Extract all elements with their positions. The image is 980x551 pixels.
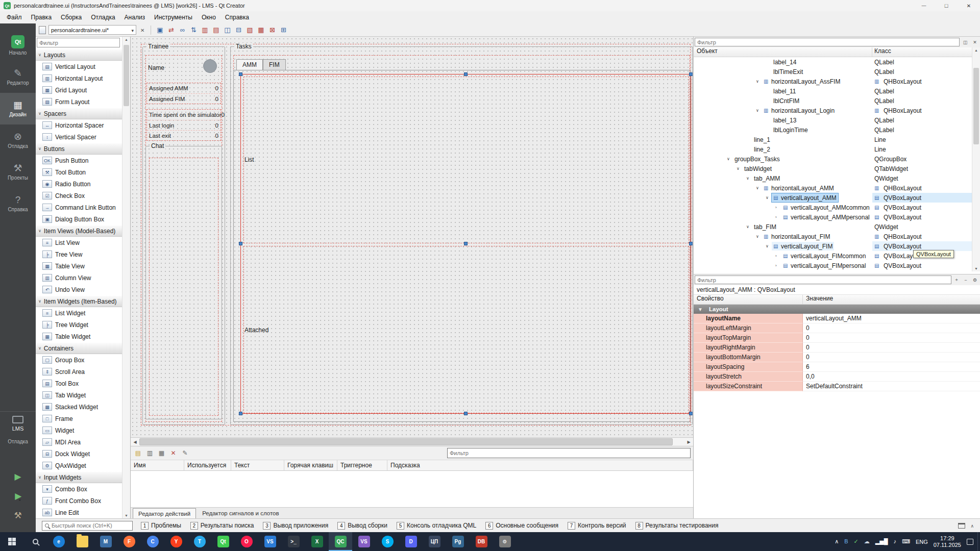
scroll-down-icon[interactable]: ▼	[122, 514, 130, 517]
widgetbox-item[interactable]: Input Widgets	[36, 471, 122, 483]
object-tree-row[interactable]: label_14 QLabel	[694, 57, 972, 67]
object-tree-row[interactable]: horizontalLayout_FIM QHBoxLayout	[694, 232, 972, 241]
expand-arrow-icon[interactable]	[775, 263, 781, 268]
minimize-button[interactable]	[913, 0, 935, 11]
taskbar-app-visual-studio[interactable]: VS	[352, 532, 376, 551]
form-canvas[interactable]: Trainee Name Assigned AMM 0 Assigned FIM…	[131, 37, 693, 438]
form-horizontal-scrollbar[interactable]: ◀ ▶	[131, 438, 693, 446]
action-table-body[interactable]	[131, 471, 693, 507]
object-tree-row[interactable]: verticalLayout_AMM QVBoxLayout	[694, 193, 972, 203]
widgetbox-item[interactable]: Radio Button	[36, 178, 122, 190]
resize-handle[interactable]	[239, 72, 242, 76]
attached-label[interactable]: Attached	[244, 327, 268, 334]
menu-item[interactable]: Инструменты	[150, 12, 197, 23]
remove-dynamic-property-icon[interactable]: −	[962, 276, 970, 284]
break-layout-icon[interactable]	[267, 25, 277, 35]
widgetbox-item[interactable]: Group Box	[36, 354, 122, 366]
output-pane-button[interactable]: 4 Вывод сборки	[337, 522, 387, 530]
widgetbox-item[interactable]: Vertical Layout	[36, 61, 122, 72]
column-property[interactable]: Свойство	[694, 295, 803, 304]
close-panel-icon[interactable]: ✕	[971, 38, 979, 46]
scrollbar-thumb[interactable]	[139, 438, 673, 445]
locator-input[interactable]	[52, 522, 131, 529]
expand-panel-icon[interactable]	[970, 522, 974, 529]
expand-arrow-icon[interactable]	[727, 157, 733, 161]
taskbar-app-discord[interactable]: D	[399, 532, 423, 551]
taskbar-app-telegram[interactable]: T	[188, 532, 211, 551]
expand-arrow-icon[interactable]	[766, 244, 772, 248]
widgetbox-item[interactable]: Undo View	[36, 284, 122, 295]
object-tree-row[interactable]: line_1 Line	[694, 135, 972, 144]
scroll-left-icon[interactable]: ◀	[131, 438, 139, 446]
close-button[interactable]	[958, 0, 980, 11]
expand-arrow-icon[interactable]	[756, 79, 762, 84]
scrollbar-thumb[interactable]	[973, 68, 979, 144]
object-tree-row[interactable]: groupBox_Tasks QGroupBox	[694, 154, 972, 164]
onedrive-icon[interactable]	[864, 539, 870, 544]
action-column-header[interactable]: Горячая клавиш	[284, 460, 337, 470]
language-indicator[interactable]: ENG	[916, 539, 928, 545]
property-row[interactable]: layoutLeftMargin 0	[694, 323, 980, 333]
taskbar-app-vscode[interactable]: VS	[258, 532, 282, 551]
column-value[interactable]: Значение	[803, 295, 980, 304]
toggle-output-panel-icon[interactable]	[958, 523, 965, 529]
taskbar-app-mail[interactable]: M	[94, 532, 117, 551]
trainee-groupbox[interactable]: Trainee Name Assigned AMM 0 Assigned FIM…	[142, 46, 225, 425]
taskbar-app-dbeaver[interactable]: DB	[470, 532, 493, 551]
property-row[interactable]: layoutRightMargin 0	[694, 343, 980, 353]
taskbar-app-terminal[interactable]: >_	[282, 532, 305, 551]
widgetbox-item[interactable]: Tree Widget	[36, 319, 122, 331]
edit-signals-icon[interactable]	[166, 25, 176, 35]
property-section-layout[interactable]: Layout	[694, 305, 980, 314]
taskbar-app-skype[interactable]: S	[376, 532, 399, 551]
selected-layout-verticalLayout-AMM[interactable]: List Attached	[240, 74, 691, 414]
taskbar-app-edge[interactable]: e	[47, 532, 70, 551]
menu-item[interactable]: Окно	[197, 12, 220, 23]
expand-arrow-icon[interactable]	[766, 195, 772, 200]
taskbar-app-settings[interactable]: ⚙	[493, 532, 517, 551]
widgetbox-filter-input[interactable]	[37, 38, 120, 47]
mode-debug[interactable]: Отладка	[0, 124, 36, 156]
configure-action-icon[interactable]	[180, 448, 190, 458]
assigned-fields-layout[interactable]: Assigned AMM 0 Assigned FIM 0	[146, 83, 221, 104]
action-column-header[interactable]: Текст	[231, 460, 284, 470]
avatar-placeholder[interactable]	[203, 59, 217, 73]
resize-handle[interactable]	[689, 412, 693, 415]
edit-widgets-icon[interactable]	[155, 25, 165, 35]
property-value[interactable]: 0	[803, 333, 980, 343]
network-icon[interactable]	[875, 539, 888, 544]
inspector-scrollbar[interactable]: ▲ ▼	[972, 47, 980, 271]
property-row[interactable]: layoutTopMargin 0	[694, 333, 980, 343]
object-tree-row[interactable]: tab_FIM QWidget	[694, 222, 972, 232]
widgetbox-item[interactable]: Layouts	[36, 49, 122, 61]
defender-icon[interactable]	[854, 539, 859, 544]
expand-arrow-icon[interactable]	[756, 234, 762, 239]
menu-item[interactable]: Файл	[2, 12, 27, 23]
scroll-up-icon[interactable]: ▲	[972, 48, 980, 52]
expand-arrow-icon[interactable]	[746, 224, 752, 229]
property-row[interactable]: layoutName verticalLayout_AMM	[694, 314, 980, 323]
widgetbox-item[interactable]: Spacers	[36, 108, 122, 119]
layout-splitter-vertical-icon[interactable]	[233, 25, 243, 35]
mode-design[interactable]: Дизайн	[0, 93, 36, 124]
name-label[interactable]: Name	[148, 64, 164, 71]
widgetbox-item[interactable]: Font Combo Box	[36, 495, 122, 507]
scroll-right-icon[interactable]: ▶	[684, 438, 693, 446]
keyboard-icon[interactable]	[902, 539, 910, 544]
resize-handle[interactable]	[464, 242, 468, 245]
taskbar-app-excel[interactable]: X	[305, 532, 329, 551]
chat-groupbox[interactable]: Chat	[145, 146, 222, 419]
object-tree-row[interactable]: tab_AMM QWidget	[694, 173, 972, 183]
property-value[interactable]: 0	[803, 323, 980, 333]
widgetbox-item[interactable]: List Widget	[36, 307, 122, 319]
object-tree-row[interactable]: verticalLayout_AMMcommon QVBoxLayout	[694, 203, 972, 212]
run-debug-button[interactable]: ▶	[0, 491, 36, 502]
widgetbox-item[interactable]: Form Layout	[36, 96, 122, 108]
mode-welcome[interactable]: Начало	[0, 30, 36, 61]
property-value[interactable]: 0,0	[803, 372, 980, 382]
widgetbox-item[interactable]: Dock Widget	[36, 448, 122, 460]
expand-arrow-icon[interactable]	[775, 205, 781, 210]
layout-form-icon[interactable]	[244, 25, 255, 35]
taskbar-app-qt-designer[interactable]: Qt	[211, 532, 235, 551]
widgetbox-item[interactable]: Tool Button	[36, 166, 122, 178]
